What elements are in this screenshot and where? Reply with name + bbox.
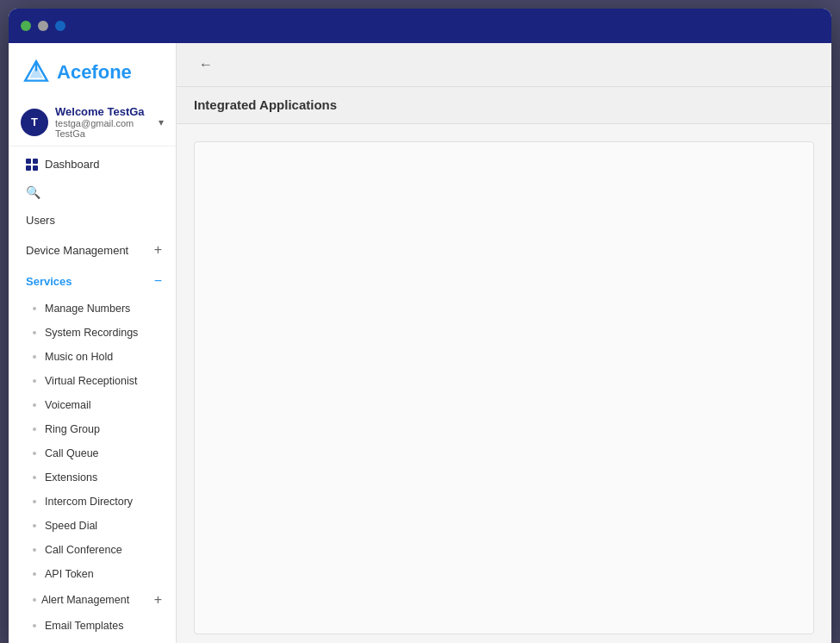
email-templates-label: Email Templates (45, 620, 123, 632)
sidebar-item-extensions[interactable]: Extensions (9, 465, 176, 490)
logo-icon (22, 59, 50, 86)
sidebar-item-virtual-receptionist[interactable]: Virtual Receptionist (9, 369, 176, 393)
device-management-label: Device Management (26, 244, 128, 257)
dot-yellow[interactable] (38, 21, 48, 31)
manage-numbers-label: Manage Numbers (45, 303, 130, 315)
main-body (177, 124, 831, 643)
user-name: Welcome TestGa (55, 105, 152, 118)
sidebar-item-ring-group[interactable]: Ring Group (9, 417, 176, 441)
call-conference-label: Call Conference (45, 544, 122, 556)
api-token-label: API Token (45, 568, 94, 580)
sidebar-item-departments[interactable]: Departments (9, 638, 176, 643)
avatar: T (21, 109, 48, 136)
main-title-bar: Integrated Applications (177, 87, 831, 124)
sidebar-item-intercom-directory[interactable]: Intercom Directory (9, 490, 176, 514)
services-label: Services (26, 275, 72, 288)
dot-green[interactable] (21, 21, 31, 31)
logo-area: Acefone (9, 43, 176, 98)
sidebar-search-area: 🔍 (9, 178, 176, 206)
music-on-hold-label: Music on Hold (45, 351, 113, 363)
sidebar-item-device-management[interactable]: Device Management + (9, 234, 176, 265)
main-header: ← (177, 43, 831, 87)
sidebar-item-dashboard[interactable]: Dashboard (9, 150, 176, 178)
logo-name: cefone (71, 61, 132, 83)
ring-group-label: Ring Group (45, 423, 100, 435)
app-window: Acefone T Welcome TestGa testga@gmail.co… (9, 9, 831, 643)
sidebar-item-speed-dial[interactable]: Speed Dial (9, 514, 176, 538)
dashboard-label: Dashboard (45, 158, 100, 171)
main-content: ← Integrated Applications (177, 43, 831, 643)
sidebar-item-music-on-hold[interactable]: Music on Hold (9, 345, 176, 369)
speed-dial-label: Speed Dial (45, 520, 97, 532)
search-icon: 🔍 (26, 185, 40, 199)
sidebar-item-call-queue[interactable]: Call Queue (9, 441, 176, 465)
sidebar-item-alert-management[interactable]: Alert Management + (9, 586, 176, 614)
sidebar-item-system-recordings[interactable]: System Recordings (9, 321, 176, 345)
alert-management-label: Alert Management (41, 594, 129, 606)
chevron-down-icon: ▾ (159, 116, 164, 128)
app-body: Acefone T Welcome TestGa testga@gmail.co… (9, 43, 831, 643)
call-queue-label: Call Queue (45, 447, 99, 459)
alert-management-left: Alert Management (33, 594, 129, 606)
content-area (194, 141, 814, 634)
sidebar-item-users[interactable]: Users (9, 206, 176, 234)
sidebar-item-voicemail[interactable]: Voicemail (9, 393, 176, 417)
dot-red[interactable] (55, 21, 65, 31)
user-id: TestGa (55, 128, 152, 139)
system-recordings-label: System Recordings (45, 327, 138, 339)
voicemail-label: Voicemail (45, 399, 91, 411)
titlebar (9, 9, 831, 43)
sidebar-item-manage-numbers[interactable]: Manage Numbers (9, 297, 176, 321)
logo-a: A (57, 61, 71, 83)
page-title: Integrated Applications (194, 97, 337, 112)
extensions-label: Extensions (45, 471, 97, 484)
device-management-plus-icon: + (154, 242, 162, 258)
intercom-directory-label: Intercom Directory (45, 496, 133, 508)
user-section[interactable]: T Welcome TestGa testga@gmail.com TestGa… (9, 98, 176, 147)
logo-text: Acefone (57, 61, 132, 84)
users-label: Users (26, 214, 55, 227)
alert-management-plus-icon: + (154, 592, 162, 608)
sidebar: Acefone T Welcome TestGa testga@gmail.co… (9, 43, 177, 643)
sidebar-item-api-token[interactable]: API Token (9, 562, 176, 586)
sidebar-section-services[interactable]: Services − (9, 265, 176, 297)
services-minus-icon: − (154, 273, 162, 289)
sidebar-item-call-conference[interactable]: Call Conference (9, 538, 176, 562)
user-info: Welcome TestGa testga@gmail.com TestGa (55, 105, 152, 139)
back-button[interactable]: ← (194, 55, 218, 74)
dashboard-icon (26, 159, 38, 171)
user-email: testga@gmail.com (55, 118, 152, 128)
virtual-receptionist-label: Virtual Receptionist (45, 375, 137, 387)
sidebar-item-email-templates[interactable]: Email Templates (9, 614, 176, 638)
